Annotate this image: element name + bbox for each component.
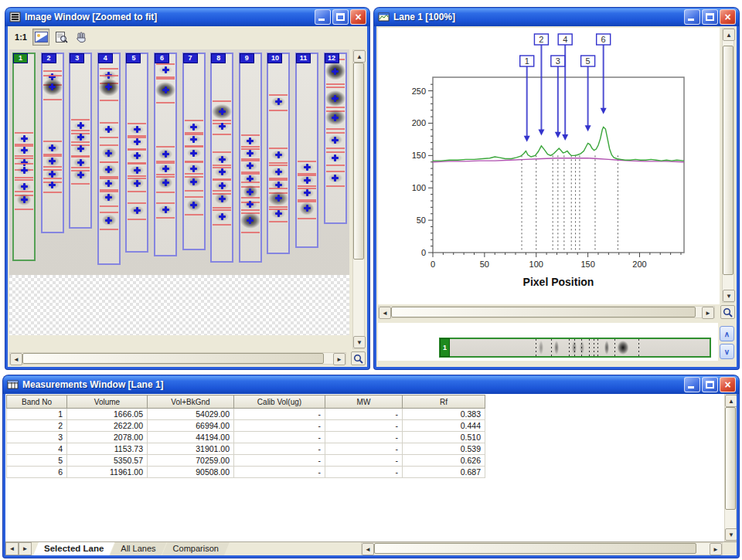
gel-lane-10[interactable]: 10 [267, 53, 290, 254]
table-cell: 4 [7, 443, 67, 455]
scroll-down-button[interactable]: ▼ [725, 528, 737, 541]
tab-scroll-right-button[interactable]: ► [19, 542, 32, 555]
gel-lane-1[interactable]: 1 [12, 53, 36, 261]
chart-horizontal-scrollbar[interactable]: ◄ ► [378, 306, 715, 318]
minimize-button[interactable] [684, 9, 700, 25]
scroll-up-button[interactable]: ▲ [353, 50, 366, 63]
maximize-button[interactable] [332, 9, 349, 25]
scrollbar-track[interactable] [22, 353, 333, 364]
band-boundary-line [100, 122, 118, 124]
measurements-window-titlebar[interactable]: Measurements Window [Lane 1] × [3, 375, 739, 394]
scroll-left-button[interactable]: ◄ [10, 353, 22, 365]
column-header[interactable]: MW [325, 395, 403, 409]
scroll-right-button[interactable]: ► [702, 307, 714, 319]
svg-text:6: 6 [601, 35, 606, 44]
scrollbar-track[interactable] [391, 307, 702, 317]
gel-lane-5[interactable]: 5 [125, 53, 148, 253]
band-marker-icon [247, 188, 254, 195]
band-boundary-line [213, 165, 231, 166]
gel-lane-7[interactable]: 7 [182, 53, 206, 250]
table-row[interactable]: 55350.5770259.00--0.626 [7, 455, 485, 467]
gel-lane-9[interactable]: 9 [239, 53, 262, 263]
band-boundary-line [128, 175, 146, 177]
column-header[interactable]: Band No [7, 395, 67, 409]
scrollbar-thumb[interactable] [725, 407, 736, 510]
scrollbar-track[interactable] [723, 41, 733, 290]
zoom-preview-button[interactable] [53, 29, 70, 46]
minimize-button[interactable] [315, 9, 331, 25]
scroll-left-button[interactable]: ◄ [379, 307, 391, 319]
tab-comparison[interactable]: Comparison [162, 542, 230, 555]
zoom-to-fit-button[interactable] [32, 29, 49, 46]
band-edge-line [551, 339, 552, 356]
gel-lane-6[interactable]: 6 [154, 53, 177, 256]
column-header[interactable]: Volume [67, 395, 148, 409]
chart-vertical-scrollbar[interactable]: ▲ ▼ [722, 28, 734, 303]
lane-number-badge: 8 [211, 53, 226, 63]
zoom-1to1-button[interactable]: 1:1 [12, 29, 29, 46]
scroll-right-button[interactable]: ► [710, 543, 722, 555]
scrollbar-thumb[interactable] [723, 46, 733, 274]
lane-thumbnail-strip[interactable]: 1 [439, 338, 711, 358]
tab-all-lanes[interactable]: All Lanes [110, 542, 166, 555]
band-boundary-line [15, 132, 33, 134]
minimize-button[interactable] [684, 377, 700, 392]
maximize-button[interactable] [702, 9, 718, 25]
band-boundary-line [185, 132, 203, 134]
table-cell: 1153.73 [67, 443, 148, 455]
next-lane-button[interactable]: ∨ [720, 344, 734, 359]
scroll-down-button[interactable]: ▼ [353, 336, 366, 348]
table-row[interactable]: 11666.0554029.00--0.383 [7, 409, 485, 420]
column-header[interactable]: Rf [403, 395, 485, 409]
band-marker-icon [332, 137, 339, 144]
band-boundary-line [298, 199, 316, 201]
scrollbar-thumb[interactable] [353, 63, 364, 260]
close-button[interactable]: × [720, 377, 736, 392]
band-boundary-line [71, 119, 90, 120]
scroll-down-button[interactable]: ▼ [723, 290, 735, 302]
gel-zoom-tool-button[interactable] [351, 351, 366, 365]
gel-lane-8[interactable]: 8 [210, 53, 233, 263]
lane-number-badge: 4 [98, 53, 113, 63]
close-button[interactable]: × [720, 9, 736, 25]
lane-window-titlebar[interactable]: Lane 1 [100%] × [374, 8, 739, 26]
chart-zoom-tool-button[interactable] [720, 305, 735, 319]
image-window-titlebar[interactable]: Image Window [Zoomed to fit] × [5, 8, 369, 26]
band-marker-icon [247, 137, 254, 144]
scrollbar-thumb[interactable] [22, 353, 324, 364]
scroll-up-button[interactable]: ▲ [723, 29, 735, 41]
table-row[interactable]: 32078.0044194.00--0.510 [7, 432, 485, 443]
table-row[interactable]: 611961.0090508.00--0.687 [7, 467, 485, 478]
column-header[interactable]: Calib Vol(ug) [234, 395, 325, 409]
maximize-button[interactable] [702, 377, 718, 392]
gel-vertical-scrollbar[interactable]: ▲ ▼ [352, 49, 365, 349]
gel-horizontal-scrollbar[interactable]: ◄ ► [9, 352, 346, 365]
table-horizontal-scrollbar[interactable]: ◄ ► [361, 542, 723, 555]
pan-hand-button[interactable] [73, 29, 90, 46]
close-button[interactable]: × [350, 9, 366, 25]
table-cell: - [325, 455, 403, 467]
scrollbar-track[interactable] [353, 63, 364, 336]
band-marker-icon [77, 145, 84, 152]
band-boundary-line [326, 87, 345, 88]
scroll-left-button[interactable]: ◄ [362, 543, 374, 555]
scrollbar-track[interactable] [374, 543, 710, 555]
table-vertical-scrollbar[interactable]: ▲ ▼ [724, 394, 737, 541]
scroll-right-button[interactable]: ► [333, 353, 345, 365]
gel-lane-4[interactable]: 4 [97, 53, 121, 265]
gel-lane-12[interactable]: 12 [324, 53, 347, 224]
tab-scroll-left-button[interactable]: ◄ [5, 542, 19, 555]
gel-lane-3[interactable]: 3 [69, 53, 92, 229]
table-row[interactable]: 41153.7331901.00--0.539 [7, 443, 485, 455]
gel-lane-11[interactable]: 11 [295, 53, 318, 248]
scroll-up-button[interactable]: ▲ [725, 395, 737, 407]
column-header[interactable]: Vol+BkGnd [148, 395, 234, 409]
window-measurements: Measurements Window [Lane 1] × Band NoVo… [3, 375, 739, 558]
scrollbar-thumb[interactable] [391, 307, 696, 317]
tab-selected-lane[interactable]: Selected Lane [33, 542, 114, 555]
scrollbar-thumb[interactable] [374, 543, 696, 554]
gel-lane-2[interactable]: 2 [41, 53, 64, 233]
previous-lane-button[interactable]: ∧ [720, 326, 734, 341]
table-row[interactable]: 22622.0066994.00--0.444 [7, 420, 485, 432]
scrollbar-track[interactable] [725, 407, 736, 528]
